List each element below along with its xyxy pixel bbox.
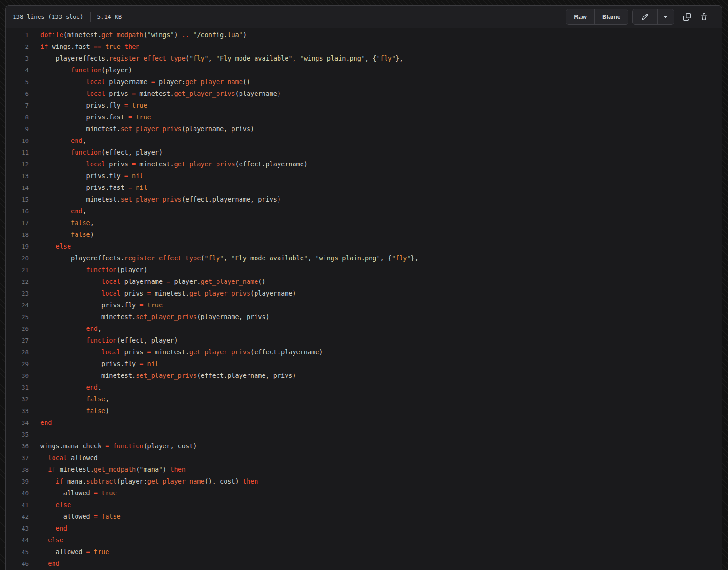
code-line: 25 minetest.set_player_privs(playername,… — [6, 311, 722, 323]
trash-icon — [700, 13, 708, 21]
code-text: playereffects.register_effect_type("fly"… — [29, 252, 418, 264]
code-line: 22 local playername = player:get_player_… — [6, 276, 722, 288]
code-line: 24 privs.fly = true — [6, 299, 722, 311]
line-number[interactable]: 16 — [6, 205, 29, 217]
code-line: 30 minetest.set_player_privs(effect.play… — [6, 370, 722, 382]
code-line: 34end — [6, 417, 722, 429]
code-text: false) — [29, 405, 109, 417]
line-number[interactable]: 31 — [6, 382, 29, 393]
line-number[interactable]: 26 — [6, 323, 29, 335]
line-number[interactable]: 13 — [6, 170, 29, 182]
line-number[interactable]: 14 — [6, 182, 29, 194]
code-text: false, — [29, 393, 109, 405]
line-number[interactable]: 42 — [6, 511, 29, 523]
code-line: 36wings.mana_check = function(player, co… — [6, 440, 722, 452]
line-number[interactable]: 8 — [6, 111, 29, 123]
code-text: privs.fly = true — [29, 299, 163, 311]
code-text: wings.mana_check = function(player, cost… — [29, 440, 197, 452]
line-number[interactable]: 29 — [6, 358, 29, 370]
file-actions: Raw Blame — [566, 9, 711, 25]
line-number[interactable]: 35 — [6, 429, 29, 440]
line-number[interactable]: 4 — [6, 64, 29, 76]
line-number[interactable]: 39 — [6, 476, 29, 487]
line-number[interactable]: 2 — [6, 41, 29, 53]
code-line: 46 end — [6, 558, 722, 570]
line-number[interactable]: 22 — [6, 276, 29, 288]
line-number[interactable]: 43 — [6, 523, 29, 534]
line-number[interactable]: 40 — [6, 487, 29, 499]
line-number[interactable]: 23 — [6, 288, 29, 299]
line-number[interactable]: 10 — [6, 135, 29, 147]
code-line: 1dofile(minetest.get_modpath("wings") ..… — [6, 29, 722, 41]
line-number[interactable]: 5 — [6, 76, 29, 88]
line-number[interactable]: 15 — [6, 194, 29, 205]
code-text: else — [29, 499, 71, 511]
line-number[interactable]: 11 — [6, 147, 29, 158]
code-line: 13 privs.fly = nil — [6, 170, 722, 182]
code-line: 19 else — [6, 241, 722, 252]
line-number[interactable]: 19 — [6, 241, 29, 252]
line-number[interactable]: 44 — [6, 534, 29, 546]
line-number[interactable]: 45 — [6, 546, 29, 558]
copy-file-button[interactable] — [681, 10, 694, 23]
line-number[interactable]: 3 — [6, 53, 29, 64]
file-header: 138 lines (133 sloc) 5.14 KB Raw Blame — [6, 6, 722, 28]
line-number[interactable]: 28 — [6, 346, 29, 358]
line-number[interactable]: 9 — [6, 123, 29, 135]
line-number[interactable]: 27 — [6, 335, 29, 346]
code-text: privs.fast = true — [29, 111, 151, 123]
edit-button[interactable] — [633, 9, 657, 24]
code-line: 4 function(player) — [6, 64, 722, 76]
code-text: allowed = false — [29, 511, 121, 523]
code-line: 15 minetest.set_player_privs(effect.play… — [6, 194, 722, 205]
code-text: end, — [29, 382, 101, 393]
code-text: local privs = minetest.get_player_privs(… — [29, 288, 296, 299]
line-number[interactable]: 20 — [6, 252, 29, 264]
code-text: privs.fly = nil — [29, 358, 159, 370]
code-text: dofile(minetest.get_modpath("wings") .. … — [29, 29, 247, 41]
line-number[interactable]: 30 — [6, 370, 29, 382]
code-line: 28 local privs = minetest.get_player_pri… — [6, 346, 722, 358]
code-line: 11 function(effect, player) — [6, 147, 722, 158]
edit-dropdown-button[interactable] — [658, 9, 674, 24]
code-line: 17 false, — [6, 217, 722, 229]
file-lines-info: 138 lines (133 sloc) — [13, 13, 84, 20]
code-line: 35 — [6, 429, 722, 440]
code-line: 2if wings.fast == true then — [6, 41, 722, 53]
line-number[interactable]: 6 — [6, 88, 29, 100]
line-number[interactable]: 1 — [6, 29, 29, 41]
raw-button[interactable]: Raw — [566, 9, 594, 24]
code-text: end, — [29, 205, 86, 217]
code-text: false, — [29, 217, 94, 229]
line-number[interactable]: 38 — [6, 464, 29, 476]
line-number[interactable]: 34 — [6, 417, 29, 429]
line-number[interactable]: 37 — [6, 452, 29, 464]
code-line: 37 local allowed — [6, 452, 722, 464]
line-number[interactable]: 12 — [6, 158, 29, 170]
code-line: 26 end, — [6, 323, 722, 335]
line-number[interactable]: 41 — [6, 499, 29, 511]
line-number[interactable]: 7 — [6, 100, 29, 111]
code-line: 9 minetest.set_player_privs(playername, … — [6, 123, 722, 135]
line-number[interactable]: 32 — [6, 393, 29, 405]
file-info: 138 lines (133 sloc) 5.14 KB — [13, 12, 122, 22]
code-line: 14 privs.fast = nil — [6, 182, 722, 194]
code-line: 20 playereffects.register_effect_type("f… — [6, 252, 722, 264]
line-number[interactable]: 18 — [6, 229, 29, 241]
line-number[interactable]: 24 — [6, 299, 29, 311]
code-text: function(effect, player) — [29, 147, 163, 158]
copy-icon — [683, 13, 691, 21]
line-number[interactable]: 17 — [6, 217, 29, 229]
line-number[interactable]: 33 — [6, 405, 29, 417]
blame-button[interactable]: Blame — [595, 9, 628, 24]
line-number[interactable]: 46 — [6, 558, 29, 570]
code-text: privs.fly = true — [29, 100, 147, 111]
code-text: minetest.set_player_privs(effect.playern… — [29, 370, 296, 382]
line-number[interactable]: 21 — [6, 264, 29, 276]
delete-file-button[interactable] — [697, 10, 711, 23]
code-line: 29 privs.fly = nil — [6, 358, 722, 370]
line-number[interactable]: 25 — [6, 311, 29, 323]
line-number[interactable]: 36 — [6, 440, 29, 452]
code-line: 41 else — [6, 499, 722, 511]
code-text: minetest.set_player_privs(playername, pr… — [29, 123, 254, 135]
